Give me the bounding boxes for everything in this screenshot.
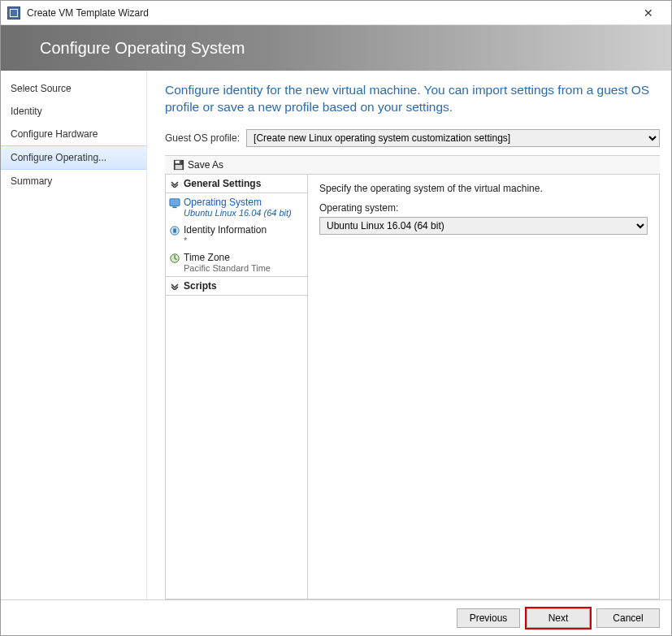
chevron-up-icon — [171, 180, 179, 188]
svg-rect-2 — [176, 165, 183, 169]
guest-profile-label: Guest OS profile: — [165, 132, 240, 144]
identity-icon — [169, 225, 180, 236]
operating-system-select[interactable]: Ubuntu Linux 16.04 (64 bit) — [319, 217, 648, 235]
section-general-settings[interactable]: General Settings — [166, 175, 307, 193]
titlebar: Create VM Template Wizard ✕ — [1, 1, 671, 25]
toolbar: Save As — [165, 155, 660, 175]
footer: Previous Next Cancel — [1, 599, 671, 635]
save-as-label: Save As — [188, 159, 223, 171]
previous-button[interactable]: Previous — [457, 608, 520, 628]
nav-configure-hardware[interactable]: Configure Hardware — [1, 123, 146, 145]
svg-rect-5 — [172, 206, 176, 208]
section-header-label: Scripts — [184, 280, 217, 292]
section-header-label: General Settings — [184, 178, 261, 189]
timezone-icon — [169, 253, 180, 264]
guest-profile-row: Guest OS profile: [Create new Linux oper… — [165, 129, 660, 147]
window-title: Create VM Template Wizard — [27, 7, 632, 19]
tree-item-time-zone[interactable]: Time Zone Pacific Standard Time — [166, 249, 307, 276]
tree-item-sub: Ubuntu Linux 16.04 (64 bit) — [184, 208, 302, 218]
nav-select-source[interactable]: Select Source — [1, 77, 146, 100]
banner-title: Configure Operating System — [40, 39, 245, 58]
content: Configure identity for the new virtual m… — [147, 71, 671, 599]
wizard-nav: Select Source Identity Configure Hardwar… — [1, 71, 147, 599]
detail-hint: Specify the operating system of the virt… — [319, 183, 648, 194]
chevron-up-icon — [171, 282, 179, 290]
intro-text: Configure identity for the new virtual m… — [165, 82, 660, 116]
close-icon[interactable]: ✕ — [632, 6, 665, 19]
save-icon — [173, 159, 184, 171]
detail-pane: Specify the operating system of the virt… — [308, 175, 659, 599]
save-as-button[interactable]: Save As — [168, 158, 228, 172]
nav-configure-operating[interactable]: Configure Operating... — [1, 145, 146, 170]
os-field-label: Operating system: — [319, 202, 648, 214]
tree-item-identity-information[interactable]: Identity Information * — [166, 221, 307, 249]
banner: Configure Operating System — [1, 25, 671, 71]
tree-item-operating-system[interactable]: Operating System Ubuntu Linux 16.04 (64 … — [166, 193, 307, 221]
settings-tree: General Settings Operating System Ubuntu… — [166, 175, 308, 599]
tree-item-title: Time Zone — [184, 252, 302, 263]
tree-item-sub: Pacific Standard Time — [184, 263, 302, 273]
next-button[interactable]: Next — [527, 608, 590, 628]
app-icon — [7, 6, 20, 19]
svg-rect-7 — [173, 228, 176, 232]
cancel-button[interactable]: Cancel — [596, 608, 660, 628]
svg-rect-3 — [180, 161, 181, 164]
body: Select Source Identity Configure Hardwar… — [1, 71, 671, 599]
wizard-window: Create VM Template Wizard ✕ Configure Op… — [0, 0, 672, 636]
tree-item-title: Identity Information — [184, 224, 302, 236]
panes: General Settings Operating System Ubuntu… — [165, 175, 660, 599]
os-icon — [169, 197, 180, 209]
section-scripts[interactable]: Scripts — [166, 276, 307, 296]
tree-item-sub: * — [184, 236, 302, 245]
tree-item-title: Operating System — [184, 197, 302, 208]
nav-summary[interactable]: Summary — [1, 170, 146, 193]
svg-rect-4 — [170, 199, 180, 206]
nav-identity[interactable]: Identity — [1, 100, 146, 123]
guest-profile-select[interactable]: [Create new Linux operating system custo… — [246, 129, 660, 147]
